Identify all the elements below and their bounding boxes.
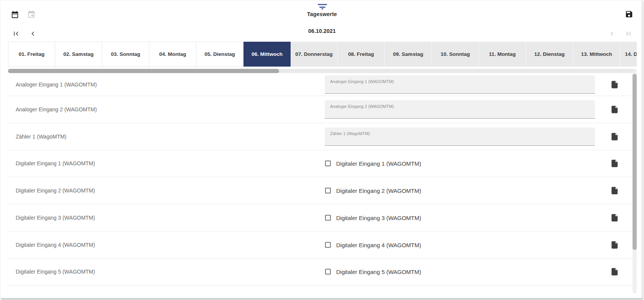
- row-label: Zähler 1 (WagoMTM): [16, 134, 67, 140]
- row-label: Digitaler Eingang 2 (WAGOMTM): [16, 188, 95, 194]
- panel-bottom-edge: [0, 298, 644, 300]
- table-row: Digitaler Eingang 5 (WAGOMTM)Digitaler E…: [8, 259, 633, 286]
- chevron-right-icon[interactable]: [608, 29, 616, 38]
- checkbox-label: Digitaler Eingang 4 (WAGOMTM): [336, 241, 421, 248]
- tab-12-dienstag[interactable]: 12. Dienstag: [526, 42, 573, 67]
- day-tabs: 01. Freitag02. Samstag03. Sonntag04. Mon…: [8, 42, 637, 67]
- copy-document-icon[interactable]: [611, 187, 618, 195]
- row-label: Analoger Eingang 1 (WAGOMTM): [16, 82, 97, 88]
- checkbox-label: Digitaler Eingang 2 (WAGOMTM): [336, 188, 421, 194]
- copy-document-icon[interactable]: [611, 132, 618, 140]
- copy-document-icon[interactable]: [611, 214, 618, 222]
- table-row: Digitaler Eingang 3 (WAGOMTM)Digitaler E…: [8, 204, 633, 232]
- copy-document-icon[interactable]: [611, 105, 618, 113]
- tab-01-freitag[interactable]: 01. Freitag: [8, 42, 55, 67]
- table-row: Digitaler Eingang 2 (WAGOMTM)Digitaler E…: [8, 177, 633, 204]
- tab-11-montag[interactable]: 11. Montag: [479, 42, 526, 67]
- save-icon[interactable]: [625, 10, 633, 18]
- tab-08-freitag[interactable]: 08. Freitag: [338, 42, 385, 67]
- field-label: Zähler 1 (WagoMTM): [330, 131, 370, 136]
- filter-icon[interactable]: [317, 3, 327, 11]
- value-text-field[interactable]: Zähler 1 (WagoMTM): [325, 127, 595, 146]
- table-row: Digitaler Eingang 4 (WAGOMTM)Digitaler E…: [8, 232, 633, 259]
- panel-right-edge: [641, 0, 644, 300]
- row-label: Digitaler Eingang 4 (WAGOMTM): [16, 242, 95, 248]
- table-row: Zähler 1 (WagoMTM)Zähler 1 (WagoMTM): [8, 123, 633, 150]
- last-page-icon[interactable]: [624, 29, 633, 38]
- tab-02-samstag[interactable]: 02. Samstag: [55, 42, 102, 67]
- checkbox-label: Digitaler Eingang 3 (WAGOMTM): [336, 214, 421, 221]
- tab-09-samstag[interactable]: 09. Samstag: [385, 42, 432, 67]
- row-label: Digitaler Eingang 5 (WAGOMTM): [16, 269, 95, 275]
- copy-document-icon[interactable]: [611, 241, 618, 249]
- tab-03-sonntag[interactable]: 03. Sonntag: [102, 42, 149, 67]
- tab-04-montag[interactable]: 04. Montag: [149, 42, 196, 67]
- value-rows: Analoger Eingang 1 (WAGOMTM)Analoger Ein…: [8, 73, 633, 285]
- field-label: Analoger Eingang 2 (WAGOMTM): [330, 104, 394, 109]
- value-text-field[interactable]: Analoger Eingang 2 (WAGOMTM): [325, 100, 595, 119]
- horizontal-scrollbar-track: [8, 69, 637, 73]
- tab-13-mittwoch[interactable]: 13. Mittwoch: [573, 42, 620, 67]
- table-row: Analoger Eingang 1 (WAGOMTM)Analoger Ein…: [8, 73, 633, 96]
- tab-06-mittwoch[interactable]: 06. Mittwoch: [244, 42, 291, 67]
- value-text-field[interactable]: Analoger Eingang 1 (WAGOMTM): [325, 75, 595, 94]
- horizontal-scrollbar-thumb[interactable]: [8, 69, 279, 73]
- tageswerte-panel: Tageswerte 06.10.2021 01. Freitag02. Sam…: [0, 0, 644, 300]
- value-checkbox[interactable]: [325, 161, 331, 166]
- value-checkbox[interactable]: [325, 188, 331, 194]
- vertical-scrollbar-thumb[interactable]: [633, 74, 637, 250]
- value-checkbox[interactable]: [325, 215, 331, 220]
- copy-document-icon[interactable]: [611, 80, 618, 88]
- table-row: Analoger Eingang 2 (WAGOMTM)Analoger Ein…: [8, 96, 633, 123]
- tab-05-dienstag[interactable]: 05. Dienstag: [196, 42, 244, 67]
- copy-document-icon[interactable]: [611, 160, 618, 168]
- page-title: Tageswerte: [0, 11, 644, 17]
- tab-14-donnerstag[interactable]: 14. Donnerstag: [620, 42, 637, 67]
- tab-10-sonntag[interactable]: 10. Sonntag: [432, 42, 479, 67]
- checkbox-label: Digitaler Eingang 5 (WAGOMTM): [336, 269, 421, 275]
- table-row: Digitaler Eingang 1 (WAGOMTM)Digitaler E…: [8, 150, 633, 178]
- row-label: Digitaler Eingang 1 (WAGOMTM): [16, 160, 95, 166]
- value-checkbox[interactable]: [325, 269, 331, 275]
- tab-07-donnerstag[interactable]: 07. Donnerstag: [291, 42, 338, 67]
- value-checkbox[interactable]: [325, 242, 331, 248]
- field-label: Analoger Eingang 1 (WAGOMTM): [330, 79, 394, 84]
- row-label: Digitaler Eingang 3 (WAGOMTM): [16, 215, 95, 221]
- checkbox-label: Digitaler Eingang 1 (WAGOMTM): [336, 160, 421, 167]
- copy-document-icon[interactable]: [611, 268, 618, 276]
- row-label: Analoger Eingang 2 (WAGOMTM): [16, 106, 97, 112]
- selected-date: 06.10.2021: [0, 28, 644, 34]
